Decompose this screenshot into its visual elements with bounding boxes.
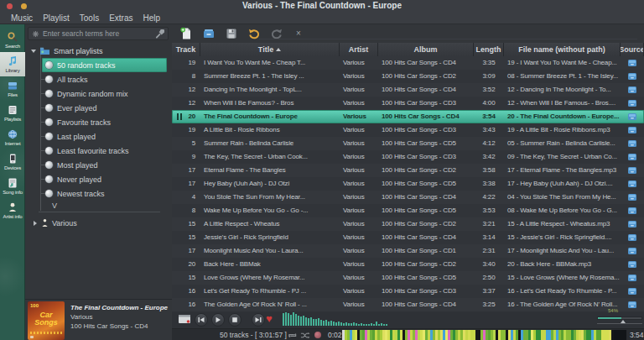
open-playlist-icon[interactable] xyxy=(202,27,216,40)
cell-file: 15 - Jessie's Girl - Rick Springfield...… xyxy=(504,231,621,244)
cell-track: 15 xyxy=(172,217,200,231)
playlist-item-newest-tracks[interactable]: Newest tracks xyxy=(25,186,172,201)
table-row[interactable]: 15A Little Respect - WheatusVarious100 H… xyxy=(172,217,644,231)
table-row[interactable]: 19I Want You To Want Me - Cheap T...Vari… xyxy=(172,56,644,70)
table-row[interactable]: 4You Stole The Sun From My Hear...Variou… xyxy=(172,191,644,204)
spectrum-bar xyxy=(305,317,307,326)
play-button[interactable] xyxy=(211,313,225,327)
sidebar-item-song-info[interactable]: Song info xyxy=(0,174,25,198)
new-playlist-icon[interactable] xyxy=(179,27,193,40)
cell-file: 12 - Dancing In The Moonlight - To... xyxy=(504,83,621,97)
smart-playlist-disc-icon xyxy=(45,118,53,126)
table-row[interactable]: 17Moonlight Music And You - Laura...Vari… xyxy=(172,244,644,258)
spectrum-bar xyxy=(313,319,314,326)
spectrum-bar xyxy=(340,322,342,326)
table-row[interactable]: 16Let's Get Ready To Rhumble - PJ ...Var… xyxy=(172,285,644,298)
cell-artist: Various xyxy=(340,271,378,285)
menu-help[interactable]: Help xyxy=(143,13,161,24)
column-header-track[interactable]: Track xyxy=(172,43,200,56)
table-row[interactable]: 17Hey Baby (Uuh Aah) - DJ OtziVarious100… xyxy=(172,177,644,191)
sidebar-item-library[interactable]: Library xyxy=(0,52,25,76)
record-indicator-icon[interactable] xyxy=(314,332,321,338)
table-row[interactable]: 16The Golden Age Of Rock N' Roll - ...Va… xyxy=(172,298,644,311)
column-header-artist[interactable]: Artist xyxy=(340,43,378,56)
menu-playlist[interactable]: Playlist xyxy=(43,13,70,24)
shuffle-icon[interactable] xyxy=(300,332,310,339)
cell-file: 08 - Summer Breeze Pt. 1 - The Isley... xyxy=(504,70,621,83)
search-input[interactable]: Enter search terms here xyxy=(28,27,169,40)
volume-slider[interactable] xyxy=(597,316,642,320)
column-header-file-name-without-path[interactable]: File name (without path) xyxy=(504,43,621,56)
seek-waveform-bar[interactable] xyxy=(342,330,626,340)
sidebar-item-devices[interactable]: Devices xyxy=(0,149,25,174)
previous-button[interactable] xyxy=(195,313,208,327)
table-row[interactable]: 15Love Grows (Where My Rosemar...Various… xyxy=(172,271,644,285)
spectrum-bar xyxy=(320,320,322,326)
spectrum-bar xyxy=(366,324,367,326)
spectrum-bar xyxy=(303,316,304,326)
collapse-arrow-icon[interactable] xyxy=(31,50,36,53)
playlist-item-least-favourite-tracks[interactable]: Least favourite tracks xyxy=(25,144,172,158)
cell-file: 09 - The Key, The Secret - Urban Co... xyxy=(504,150,621,164)
sidebar-item-internet[interactable]: Internet xyxy=(0,125,25,149)
playlist-item-never-played[interactable]: Never played xyxy=(25,172,172,186)
cell-file: 20 - Back Here - BBMak.mp3 xyxy=(504,258,621,271)
playlist-item-favourite-tracks[interactable]: Favourite tracks xyxy=(25,115,172,129)
stop-button[interactable] xyxy=(228,313,242,327)
album-art[interactable]: 100 Car Songs xyxy=(28,301,65,340)
playlist-item-ever-played[interactable]: Ever played xyxy=(25,101,172,115)
source-icon xyxy=(621,191,644,204)
playlist-item-last-played[interactable]: Last played xyxy=(25,129,172,144)
library-artist-various[interactable]: Various xyxy=(25,216,172,230)
playlist-item-dynamic-random-mix[interactable]: Dynamic random mix xyxy=(25,86,172,101)
balance-marker-icon[interactable] xyxy=(621,320,626,323)
table-header: TrackTitleArtistAlbumLengthFile name (wi… xyxy=(172,43,644,56)
menu-music[interactable]: Music xyxy=(11,13,33,24)
cell-length: 3:09 xyxy=(474,70,504,83)
table-row[interactable]: 19A Little Bit - Rosie RibbonsVarious100… xyxy=(172,123,644,137)
repeat-icon[interactable] xyxy=(288,332,298,339)
smart-playlists-root[interactable]: Smart playlists xyxy=(25,44,172,58)
smart-playlist-disc-icon xyxy=(45,161,53,169)
playlist-item-most-played[interactable]: Most played xyxy=(25,158,172,172)
source-icon xyxy=(621,83,644,97)
table-row[interactable]: 12Dancing In The Moonlight - TopL...Vari… xyxy=(172,83,644,97)
menu-extras[interactable]: Extras xyxy=(109,13,132,24)
column-header-length[interactable]: Length xyxy=(474,43,504,56)
expand-arrow-icon[interactable] xyxy=(34,221,37,226)
kiosk-display-icon[interactable] xyxy=(178,314,191,325)
table-row[interactable]: 20Back Here - BBMakVarious100 Hits Car S… xyxy=(172,258,644,271)
table-row[interactable]: 5Summer Rain - Belinda CarlisleVarious10… xyxy=(172,137,644,150)
cell-file: 16 - The Golden Age Of Rock N' Roll... xyxy=(504,298,621,311)
next-button[interactable] xyxy=(252,313,265,327)
column-header-source[interactable]: Source xyxy=(621,43,644,56)
clear-filter-icon[interactable]: × xyxy=(296,29,301,38)
playlist-item-50-random-tracks[interactable]: 50 random tracks xyxy=(42,58,167,72)
table-row[interactable]: 12When Will I Be Famous? - BrosVarious10… xyxy=(172,97,644,110)
cell-album: 100 Hits Car Songs - CD4 xyxy=(378,110,474,123)
library-icon xyxy=(7,55,18,67)
playlist-item-all-tracks[interactable]: All tracks xyxy=(25,72,172,86)
table-row[interactable]: 8Wake Me Up Before You Go - Go -...Vario… xyxy=(172,204,644,217)
table-row[interactable]: 8Summer Breeze Pt. 1 - The Isley ...Vari… xyxy=(172,70,644,83)
column-header-album[interactable]: Album xyxy=(378,43,474,56)
table-row[interactable]: 20The Final Countdown - EuropeVarious100… xyxy=(172,110,644,123)
table-row[interactable]: 17Eternal Flame - The BanglesVarious100 … xyxy=(172,164,644,177)
cell-artist: Various xyxy=(340,123,378,137)
love-heart-icon[interactable]: ♥ xyxy=(266,312,273,325)
cell-file: 15 - A Little Respect - Wheatus.mp3 xyxy=(504,217,621,231)
menu-tools[interactable]: Tools xyxy=(80,13,99,24)
sidebar-item-playlists[interactable]: Playlists xyxy=(0,101,25,125)
search-options-wrench-icon[interactable] xyxy=(155,29,164,39)
column-header-title[interactable]: Title xyxy=(200,43,340,56)
save-playlist-icon[interactable] xyxy=(225,27,238,40)
sidebar-item-search[interactable]: Search xyxy=(0,28,25,52)
cell-track: 17 xyxy=(172,164,200,177)
table-row[interactable]: 9The Key, The Secret - Urban Cook...Vari… xyxy=(172,150,644,164)
sidebar-item-files[interactable]: Files xyxy=(0,76,25,101)
sidebar-item-artist-info[interactable]: Artist info xyxy=(0,198,25,222)
cell-artist: Various xyxy=(340,285,378,298)
cell-track: 12 xyxy=(172,97,200,110)
table-row[interactable]: 15Jessie's Girl - Rick SpringfieldVariou… xyxy=(172,231,644,244)
song-info-icon xyxy=(7,177,18,189)
